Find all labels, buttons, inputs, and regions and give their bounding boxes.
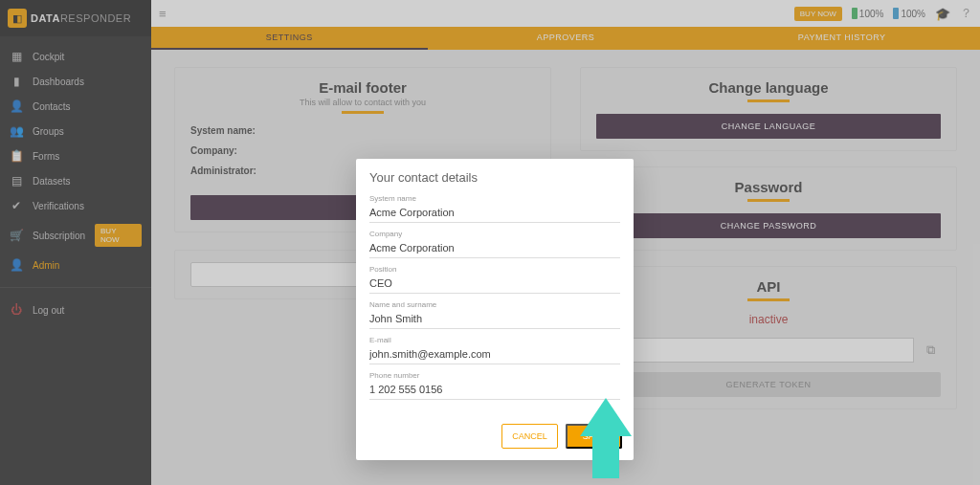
company-input[interactable] xyxy=(369,240,620,254)
name-input[interactable] xyxy=(369,311,620,325)
email-input[interactable] xyxy=(369,346,620,361)
annotation-arrow xyxy=(580,398,632,478)
phone-input[interactable] xyxy=(369,382,620,396)
field-company: Company xyxy=(369,230,620,258)
field-phone: Phone number xyxy=(369,371,620,400)
position-input[interactable] xyxy=(369,276,620,290)
field-label: Position xyxy=(369,265,620,274)
field-label: E-mail xyxy=(369,336,620,344)
field-name: Name and surname xyxy=(369,300,620,329)
field-label: Phone number xyxy=(369,371,620,380)
field-label: Company xyxy=(369,230,620,238)
dialog-title: Your contact details xyxy=(369,170,620,185)
field-email: E-mail xyxy=(369,336,620,364)
field-label: System name xyxy=(369,194,620,203)
field-system-name: System name xyxy=(369,194,620,223)
field-position: Position xyxy=(369,265,620,294)
system-name-input[interactable] xyxy=(369,205,620,219)
cancel-button[interactable]: CANCEL xyxy=(501,424,558,449)
field-label: Name and surname xyxy=(369,300,620,309)
